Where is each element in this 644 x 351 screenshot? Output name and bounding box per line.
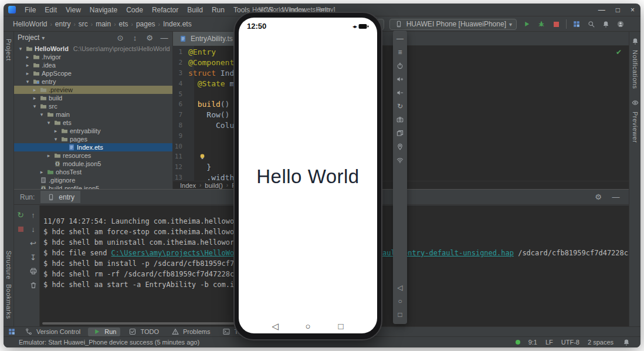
tree-item-.preview[interactable]: ▸.preview <box>14 86 172 94</box>
tool-window-switcher-icon[interactable] <box>7 327 16 336</box>
tree-item-main[interactable]: ▾main <box>14 110 172 119</box>
tree-item-pages[interactable]: ▾pages <box>14 135 172 143</box>
debug-button[interactable] <box>537 19 546 29</box>
breadcrumb-item[interactable]: pages <box>136 20 155 28</box>
menu-navigate[interactable]: Navigate <box>86 5 121 15</box>
tool-stripe-notifications[interactable]: Notifications <box>631 36 640 91</box>
breadcrumb-item[interactable]: HelloWorld <box>13 20 47 28</box>
emulator-volume-down-button[interactable] <box>395 88 405 97</box>
search-button[interactable] <box>587 19 596 29</box>
tool-stripe-bookmarks[interactable]: Bookmarks <box>5 282 12 322</box>
chevron-right-icon[interactable]: ▸ <box>32 87 38 93</box>
console-print-icon[interactable] <box>29 266 38 276</box>
tool-stripe-structure[interactable]: Structure <box>5 248 12 282</box>
menu-build[interactable]: Build <box>183 5 207 15</box>
tree-item-.idea[interactable]: ▸.idea <box>14 61 172 69</box>
stop-button[interactable] <box>551 19 561 29</box>
status-encoding[interactable]: UTF-8 <box>561 339 579 346</box>
emulator-power-button[interactable] <box>395 61 405 70</box>
emulator-multi-window-button[interactable] <box>395 129 405 138</box>
editor-breadcrumb-item[interactable]: Index <box>180 182 196 189</box>
phone-home-button[interactable]: ○ <box>303 321 313 330</box>
tree-item-module.json5[interactable]: {}module.json5 <box>14 160 172 168</box>
tool-stripe-previewer[interactable]: Previewer <box>631 98 640 145</box>
status-line-separator[interactable]: LF <box>545 339 553 346</box>
phone-back-button[interactable]: ◁ <box>270 321 280 330</box>
console-soft-wrap-icon[interactable]: ↩ <box>29 238 38 248</box>
menu-view[interactable]: View <box>62 5 85 15</box>
window-close-button[interactable]: × <box>631 6 635 14</box>
emulator-location-button[interactable] <box>395 142 405 151</box>
chevron-right-icon[interactable]: ▸ <box>39 169 45 175</box>
console-horizontal-scrollbar[interactable] <box>42 322 236 325</box>
project-locate-icon[interactable]: ⊙ <box>116 33 125 42</box>
intention-bulb-icon[interactable] <box>199 153 206 160</box>
run-button[interactable] <box>522 19 531 29</box>
status-indent[interactable]: 2 spaces <box>588 339 614 346</box>
menu-file[interactable]: File <box>21 5 40 15</box>
tool-window-tab-todo[interactable]: TODO <box>124 328 163 336</box>
console-scroll-to-end-icon[interactable]: ↧ <box>29 252 38 262</box>
emulator-wifi-button[interactable] <box>395 156 405 165</box>
menu-refactor[interactable]: Refactor <box>148 5 182 15</box>
phone-recents-button[interactable]: □ <box>336 321 345 330</box>
phone-screen[interactable]: 12:50 ◂▸ Hello World ◁○□ <box>239 18 377 333</box>
tree-item-appscope[interactable]: ▸AppScope <box>14 69 172 77</box>
chevron-down-icon[interactable]: ▾ <box>42 35 45 41</box>
breadcrumb-item[interactable]: main <box>96 20 111 28</box>
breadcrumb-item[interactable]: Index.ets <box>163 20 192 28</box>
chevron-right-icon[interactable]: ▸ <box>46 153 52 158</box>
tree-item-ohostest[interactable]: ▸ohosTest <box>14 168 172 176</box>
emulator-recents-button[interactable]: □ <box>395 310 405 319</box>
tree-item-entryability[interactable]: ▸entryability <box>14 127 172 135</box>
chevron-down-icon[interactable]: ▾ <box>25 79 30 85</box>
tree-item-resources[interactable]: ▸resources <box>14 151 172 160</box>
console-previous-occurrence-icon[interactable]: ↑ <box>29 210 38 220</box>
chevron-down-icon[interactable]: ▾ <box>53 136 59 142</box>
tree-item-index.ets[interactable]: Index.ets <box>14 143 172 151</box>
tool-window-tab-version-control[interactable]: Version Control <box>20 328 84 336</box>
project-hide-icon[interactable]: — <box>160 33 169 42</box>
tool-window-tab-run[interactable]: Run <box>88 328 120 336</box>
chevron-down-icon[interactable]: ▾ <box>39 112 45 117</box>
device-select[interactable]: HUAWEI Phone [HuaweiPhone] ▾ <box>389 19 517 30</box>
tool-stripe-project[interactable]: Project <box>5 36 12 63</box>
tree-item-helloworld[interactable]: ▾HelloWorldC:\Users\amy\projects\HelloWo… <box>14 45 172 53</box>
console-next-occurrence-icon[interactable]: ↓ <box>29 224 38 234</box>
window-minimize-button[interactable]: — <box>598 6 605 14</box>
window-maximize-button[interactable]: □ <box>616 6 620 14</box>
emulator-back-button[interactable]: ◁ <box>395 283 405 292</box>
project-settings-icon[interactable]: ⚙ <box>145 33 154 42</box>
breadcrumb-item[interactable]: entry <box>55 20 71 28</box>
device-manager-button[interactable] <box>572 19 581 29</box>
editor-breadcrumb-item[interactable]: build() <box>205 182 223 189</box>
notifications-button[interactable] <box>601 19 611 29</box>
avatar[interactable] <box>616 19 625 29</box>
console-stop-icon[interactable] <box>16 224 25 234</box>
chevron-right-icon[interactable]: ▸ <box>32 95 38 101</box>
chevron-down-icon[interactable]: ▾ <box>32 103 38 109</box>
emulator-collapse-button[interactable]: — <box>395 34 405 43</box>
tree-item-ets[interactable]: ▾ets <box>14 119 172 127</box>
tree-item-src[interactable]: ▾src <box>14 102 172 110</box>
menu-edit[interactable]: Edit <box>40 5 61 15</box>
status-bell-icon[interactable] <box>622 338 631 347</box>
console-rerun-icon[interactable]: ↻ <box>16 210 25 220</box>
emulator-rotate-button[interactable]: ↻ <box>395 102 405 111</box>
emulator-home-button[interactable]: ○ <box>395 296 405 306</box>
chevron-right-icon[interactable]: ▸ <box>25 62 30 68</box>
tree-item-entry[interactable]: ▾entry <box>14 77 172 86</box>
tool-window-tab-problems[interactable]: Problems <box>167 328 214 336</box>
menu-code[interactable]: Code <box>122 5 147 15</box>
run-tab-entry[interactable]: entry <box>40 191 80 203</box>
tree-item-build[interactable]: ▸build <box>14 94 172 102</box>
tree-item-build-profile.json5[interactable]: {}build-profile.json5 <box>14 184 172 189</box>
run-settings-icon[interactable]: ⚙ <box>594 193 603 202</box>
menu-run[interactable]: Run <box>208 5 229 15</box>
breadcrumb-item[interactable]: ets <box>119 20 128 28</box>
emulator-volume-up-button[interactable] <box>395 75 405 84</box>
chevron-down-icon[interactable]: ▾ <box>46 120 52 126</box>
tree-item-.hvigor[interactable]: ▸.hvigor <box>14 53 172 61</box>
chevron-right-icon[interactable]: ▸ <box>25 70 30 76</box>
breadcrumb-item[interactable]: src <box>79 20 88 28</box>
